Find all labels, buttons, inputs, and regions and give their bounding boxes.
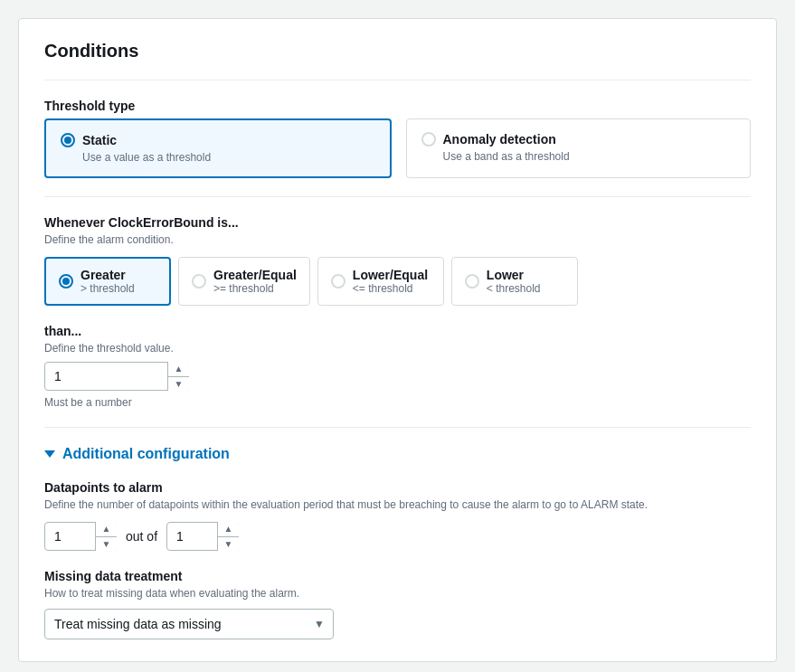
condition-greater-equal-sub: >= threshold (213, 282, 297, 295)
out-of-label: out of (126, 529, 157, 544)
than-hint: Define the threshold value. (44, 342, 751, 355)
threshold-option-anomaly-header: Anomaly detection (421, 132, 736, 147)
condition-option-greater-text: Greater > threshold (80, 268, 135, 295)
radio-greater (59, 274, 73, 289)
whenever-hint: Define the alarm condition. (44, 233, 751, 246)
threshold-option-anomaly-title: Anomaly detection (443, 132, 556, 147)
condition-options-row: Greater > threshold Greater/Equal >= thr… (44, 257, 751, 306)
threshold-option-static[interactable]: Static Use a value as a threshold (44, 118, 392, 178)
threshold-option-static-subtitle: Use a value as a threshold (82, 151, 375, 164)
datapoints-row: ▲ ▼ out of ▲ ▼ (44, 522, 751, 551)
additional-config-title: Additional configuration (62, 446, 230, 462)
datapoints-value2-wrapper: ▲ ▼ (166, 522, 239, 551)
divider-additional (44, 427, 751, 428)
threshold-option-anomaly[interactable]: Anomaly detection Use a band as a thresh… (406, 118, 752, 178)
spin-up-button[interactable]: ▲ (168, 362, 189, 377)
radio-greater-equal (192, 274, 206, 289)
datapoints-spin-down-2[interactable]: ▼ (218, 537, 239, 552)
datapoints-value1-wrapper: ▲ ▼ (44, 522, 117, 551)
validation-message: Must be a number (44, 396, 751, 409)
datapoints-spin-up-2[interactable]: ▲ (218, 522, 239, 537)
threshold-value-wrapper: ▲ ▼ (44, 362, 189, 391)
threshold-option-static-header: Static (61, 133, 375, 147)
spin-buttons: ▲ ▼ (167, 362, 189, 391)
condition-option-greater-equal[interactable]: Greater/Equal >= threshold (178, 257, 310, 306)
card-title: Conditions (44, 41, 751, 62)
missing-data-label: Missing data treatment (44, 569, 751, 583)
whenever-label: Whenever ClockErrorBound is... (44, 215, 751, 230)
condition-option-lower-text: Lower < threshold (487, 268, 541, 295)
condition-lower-main: Lower (487, 268, 541, 282)
missing-data-hint: How to treat missing data when evaluatin… (44, 587, 751, 600)
radio-anomaly (421, 132, 436, 147)
condition-lower-equal-sub: <= threshold (353, 282, 428, 295)
condition-lower-sub: < threshold (487, 282, 541, 295)
condition-greater-equal-main: Greater/Equal (213, 268, 297, 282)
threshold-type-row: Static Use a value as a threshold Anomal… (44, 118, 751, 178)
datapoints-spin-down-1[interactable]: ▼ (96, 537, 117, 552)
missing-data-select-wrapper: Treat missing data as missing Treat miss… (44, 609, 334, 639)
conditions-card: Conditions Threshold type Static Use a v… (18, 18, 777, 662)
datapoints-spin-buttons-1: ▲ ▼ (95, 522, 117, 551)
radio-lower-equal (331, 274, 345, 289)
condition-greater-main: Greater (80, 268, 135, 282)
divider-whenever (44, 196, 751, 197)
datapoints-hint: Define the number of datapoints within t… (44, 498, 751, 511)
condition-option-lower[interactable]: Lower < threshold (451, 257, 578, 306)
condition-option-lower-equal[interactable]: Lower/Equal <= threshold (317, 257, 444, 306)
triangle-down-icon (44, 450, 55, 458)
threshold-option-static-title: Static (82, 133, 117, 147)
condition-option-greater[interactable]: Greater > threshold (44, 257, 171, 306)
condition-greater-sub: > threshold (80, 282, 135, 295)
threshold-option-anomaly-subtitle: Use a band as a threshold (443, 150, 736, 163)
condition-option-greater-equal-text: Greater/Equal >= threshold (213, 268, 297, 295)
radio-lower (465, 274, 479, 289)
condition-option-lower-equal-text: Lower/Equal <= threshold (353, 268, 428, 295)
divider-top (44, 80, 751, 80)
radio-static (61, 133, 75, 147)
additional-config-toggle[interactable]: Additional configuration (44, 446, 751, 462)
condition-lower-equal-main: Lower/Equal (353, 268, 428, 282)
spin-down-button[interactable]: ▼ (168, 377, 189, 392)
threshold-type-label: Threshold type (44, 99, 751, 113)
missing-data-select[interactable]: Treat missing data as missing Treat miss… (44, 609, 334, 639)
datapoints-spin-up-1[interactable]: ▲ (96, 522, 117, 537)
than-label: than... (44, 324, 751, 338)
datapoints-label: Datapoints to alarm (44, 480, 751, 495)
datapoints-spin-buttons-2: ▲ ▼ (217, 522, 239, 551)
